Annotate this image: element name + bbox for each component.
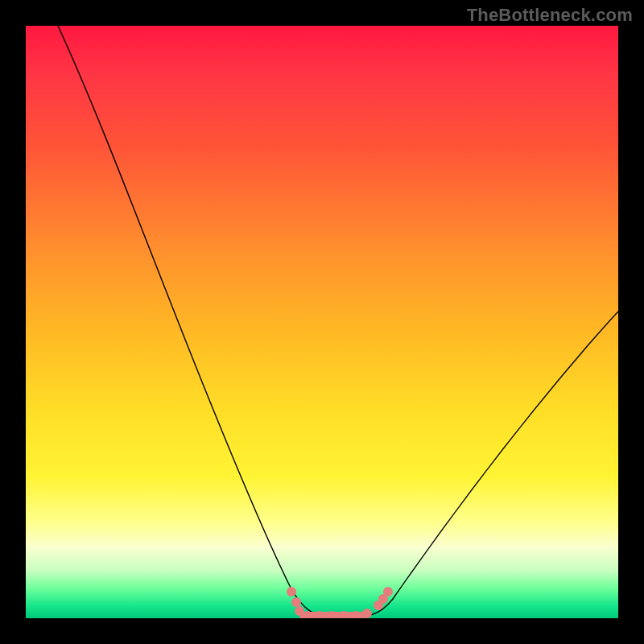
marker-dot [383,587,393,597]
watermark-text: TheBottleneck.com [467,5,633,26]
chart-svg [26,26,618,618]
bottleneck-curve [58,26,618,616]
marker-dot [295,606,304,616]
plot-area [26,26,618,618]
marker-dot [291,597,301,607]
marker-dot [287,587,296,597]
marker-dot [362,609,372,618]
chart-frame: TheBottleneck.com [0,0,644,644]
